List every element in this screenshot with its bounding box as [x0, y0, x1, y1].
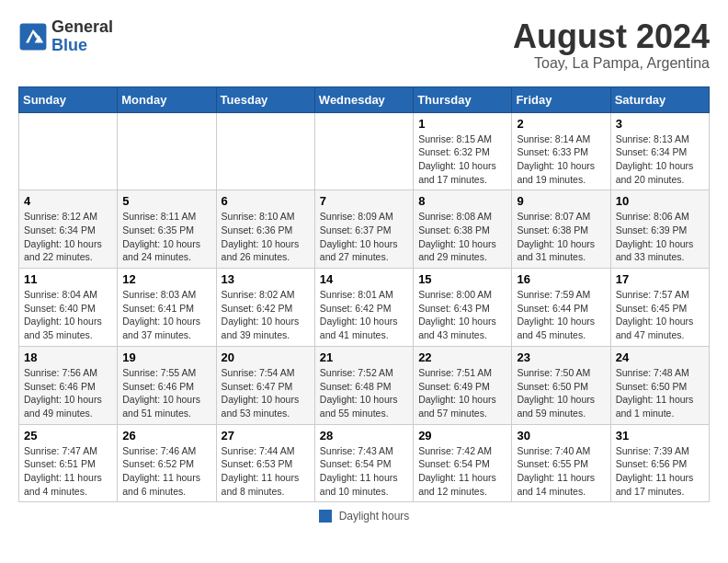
day-cell: 3 Sunrise: 8:13 AM Sunset: 6:34 PM Dayli… — [610, 112, 709, 190]
day-cell: 6 Sunrise: 8:10 AM Sunset: 6:36 PM Dayli… — [216, 190, 314, 269]
day-cell: 2 Sunrise: 8:14 AM Sunset: 6:33 PM Dayli… — [512, 112, 610, 190]
day-number: 16 — [517, 272, 605, 286]
day-number: 3 — [616, 117, 704, 131]
day-cell: 24 Sunrise: 7:48 AM Sunset: 6:50 PM Dayl… — [610, 346, 709, 424]
day-info: Sunrise: 8:08 AM Sunset: 6:38 PM Dayligh… — [418, 210, 506, 264]
day-info: Sunrise: 7:50 AM Sunset: 6:50 PM Dayligh… — [517, 366, 605, 420]
day-info: Sunrise: 7:40 AM Sunset: 6:55 PM Dayligh… — [517, 444, 605, 499]
week-row-2: 4 Sunrise: 8:12 AM Sunset: 6:34 PM Dayli… — [19, 190, 710, 269]
day-info: Sunrise: 7:59 AM Sunset: 6:44 PM Dayligh… — [517, 288, 605, 342]
day-cell: 15 Sunrise: 8:00 AM Sunset: 6:43 PM Dayl… — [414, 269, 512, 347]
day-cell: 31 Sunrise: 7:39 AM Sunset: 6:56 PM Dayl… — [610, 424, 709, 502]
day-info: Sunrise: 7:54 AM Sunset: 6:47 PM Dayligh… — [222, 366, 310, 420]
day-cell: 28 Sunrise: 7:43 AM Sunset: 6:54 PM Dayl… — [314, 424, 413, 502]
day-cell: 17 Sunrise: 7:57 AM Sunset: 6:45 PM Dayl… — [610, 269, 709, 347]
day-number: 5 — [122, 194, 210, 208]
day-cell: 7 Sunrise: 8:09 AM Sunset: 6:37 PM Dayli… — [314, 190, 413, 269]
day-info: Sunrise: 7:57 AM Sunset: 6:45 PM Dayligh… — [616, 288, 704, 342]
calendar-header-row: SundayMondayTuesdayWednesdayThursdayFrid… — [19, 86, 710, 112]
day-info: Sunrise: 7:52 AM Sunset: 6:48 PM Dayligh… — [320, 366, 408, 420]
day-cell: 18 Sunrise: 7:56 AM Sunset: 6:46 PM Dayl… — [19, 346, 118, 424]
logo-general-text: General — [51, 17, 113, 36]
day-number: 31 — [616, 429, 704, 442]
day-cell — [118, 112, 216, 190]
week-row-1: 1 Sunrise: 8:15 AM Sunset: 6:32 PM Dayli… — [19, 112, 710, 190]
day-number: 19 — [122, 350, 210, 364]
day-number: 26 — [122, 429, 210, 442]
day-info: Sunrise: 8:11 AM Sunset: 6:35 PM Dayligh… — [122, 210, 210, 264]
day-info: Sunrise: 7:39 AM Sunset: 6:56 PM Dayligh… — [616, 444, 704, 499]
day-info: Sunrise: 8:09 AM Sunset: 6:37 PM Dayligh… — [320, 210, 408, 264]
day-number: 6 — [222, 194, 310, 208]
day-info: Sunrise: 8:01 AM Sunset: 6:42 PM Dayligh… — [320, 288, 408, 342]
day-number: 25 — [24, 429, 112, 442]
day-cell: 8 Sunrise: 8:08 AM Sunset: 6:38 PM Dayli… — [414, 190, 512, 269]
day-cell: 19 Sunrise: 7:55 AM Sunset: 6:46 PM Dayl… — [118, 346, 216, 424]
day-info: Sunrise: 8:12 AM Sunset: 6:34 PM Dayligh… — [24, 210, 112, 264]
day-cell: 5 Sunrise: 8:11 AM Sunset: 6:35 PM Dayli… — [118, 190, 216, 269]
calendar-table: SundayMondayTuesdayWednesdayThursdayFrid… — [18, 86, 710, 503]
day-cell — [19, 112, 118, 190]
day-number: 21 — [320, 350, 408, 364]
day-cell: 29 Sunrise: 7:42 AM Sunset: 6:54 PM Dayl… — [414, 424, 512, 502]
day-info: Sunrise: 8:15 AM Sunset: 6:32 PM Dayligh… — [418, 132, 506, 187]
day-info: Sunrise: 8:03 AM Sunset: 6:41 PM Dayligh… — [122, 288, 210, 342]
day-cell: 25 Sunrise: 7:47 AM Sunset: 6:51 PM Dayl… — [19, 424, 118, 502]
logo-blue-text: Blue — [51, 36, 87, 54]
day-number: 13 — [222, 272, 310, 286]
day-number: 29 — [418, 429, 506, 442]
day-cell: 20 Sunrise: 7:54 AM Sunset: 6:47 PM Dayl… — [216, 346, 314, 424]
day-info: Sunrise: 7:56 AM Sunset: 6:46 PM Dayligh… — [24, 366, 112, 420]
column-header-wednesday: Wednesday — [314, 86, 413, 112]
day-cell: 23 Sunrise: 7:50 AM Sunset: 6:50 PM Dayl… — [512, 346, 610, 424]
day-info: Sunrise: 8:04 AM Sunset: 6:40 PM Dayligh… — [24, 288, 112, 342]
day-info: Sunrise: 7:48 AM Sunset: 6:50 PM Dayligh… — [616, 366, 704, 420]
day-info: Sunrise: 8:10 AM Sunset: 6:36 PM Dayligh… — [222, 210, 310, 264]
day-cell — [314, 112, 413, 190]
day-info: Sunrise: 8:13 AM Sunset: 6:34 PM Dayligh… — [616, 132, 704, 187]
day-number: 12 — [122, 272, 210, 286]
day-info: Sunrise: 7:43 AM Sunset: 6:54 PM Dayligh… — [320, 444, 408, 499]
day-number: 18 — [24, 350, 112, 364]
month-title: August 2024 — [513, 18, 710, 55]
day-info: Sunrise: 7:55 AM Sunset: 6:46 PM Dayligh… — [122, 366, 210, 420]
day-number: 17 — [616, 272, 704, 286]
day-number: 22 — [418, 350, 506, 364]
day-number: 9 — [517, 194, 605, 208]
day-info: Sunrise: 7:46 AM Sunset: 6:52 PM Dayligh… — [122, 444, 210, 499]
legend-box — [319, 510, 332, 523]
day-info: Sunrise: 7:47 AM Sunset: 6:51 PM Dayligh… — [24, 444, 112, 499]
svg-rect-0 — [20, 23, 47, 50]
logo-icon — [18, 22, 48, 52]
week-row-3: 11 Sunrise: 8:04 AM Sunset: 6:40 PM Dayl… — [19, 269, 710, 347]
day-info: Sunrise: 7:51 AM Sunset: 6:49 PM Dayligh… — [418, 366, 506, 420]
week-row-4: 18 Sunrise: 7:56 AM Sunset: 6:46 PM Dayl… — [19, 346, 710, 424]
day-cell: 1 Sunrise: 8:15 AM Sunset: 6:32 PM Dayli… — [414, 112, 512, 190]
day-info: Sunrise: 8:07 AM Sunset: 6:38 PM Dayligh… — [517, 210, 605, 264]
day-number: 27 — [222, 429, 310, 442]
day-cell: 16 Sunrise: 7:59 AM Sunset: 6:44 PM Dayl… — [512, 269, 610, 347]
day-cell: 10 Sunrise: 8:06 AM Sunset: 6:39 PM Dayl… — [610, 190, 709, 269]
day-cell: 27 Sunrise: 7:44 AM Sunset: 6:53 PM Dayl… — [216, 424, 314, 502]
footer: Daylight hours — [18, 510, 710, 523]
day-number: 1 — [418, 117, 506, 131]
day-number: 11 — [24, 272, 112, 286]
day-info: Sunrise: 7:42 AM Sunset: 6:54 PM Dayligh… — [418, 444, 506, 499]
day-number: 23 — [517, 350, 605, 364]
column-header-friday: Friday — [512, 86, 610, 112]
day-number: 14 — [320, 272, 408, 286]
day-number: 15 — [418, 272, 506, 286]
day-cell: 13 Sunrise: 8:02 AM Sunset: 6:42 PM Dayl… — [216, 269, 314, 347]
day-number: 7 — [320, 194, 408, 208]
day-info: Sunrise: 8:06 AM Sunset: 6:39 PM Dayligh… — [616, 210, 704, 264]
day-info: Sunrise: 8:00 AM Sunset: 6:43 PM Dayligh… — [418, 288, 506, 342]
column-header-thursday: Thursday — [414, 86, 512, 112]
day-cell: 22 Sunrise: 7:51 AM Sunset: 6:49 PM Dayl… — [414, 346, 512, 424]
day-number: 2 — [517, 117, 605, 131]
day-number: 30 — [517, 429, 605, 442]
location-text: Toay, La Pampa, Argentina — [513, 55, 710, 72]
day-number: 8 — [418, 194, 506, 208]
day-cell: 12 Sunrise: 8:03 AM Sunset: 6:41 PM Dayl… — [118, 269, 216, 347]
page-header: General Blue August 2024 Toay, La Pampa,… — [18, 18, 710, 72]
day-cell: 14 Sunrise: 8:01 AM Sunset: 6:42 PM Dayl… — [314, 269, 413, 347]
